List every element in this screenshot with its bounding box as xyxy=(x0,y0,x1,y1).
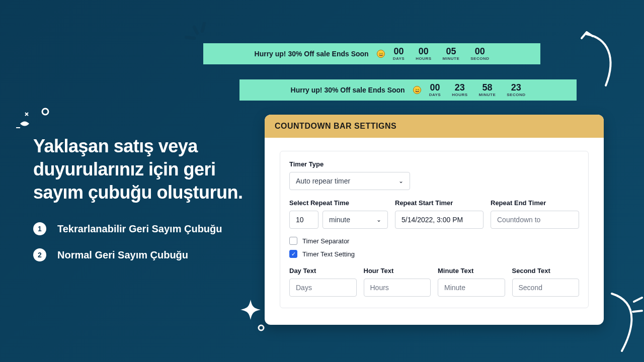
countdown-units: 00 DAYS 23 HOURS 58 MINUTE 23 SECOND xyxy=(429,83,526,97)
countdown-unit-minute: 05 MINUTE xyxy=(443,47,460,61)
hour-text-label: Hour Text xyxy=(364,267,431,275)
chevron-down-icon: ⌄ xyxy=(398,177,404,185)
feature-item-2: 2 Normal Geri Sayım Çubuğu xyxy=(33,248,245,261)
emoji-icon: 😄 xyxy=(413,86,421,94)
day-text-label: Day Text xyxy=(289,267,357,275)
second-text-label: Second Text xyxy=(512,267,580,275)
feature-number: 1 xyxy=(33,222,46,235)
svg-point-1 xyxy=(259,325,264,330)
feature-item-1: 1 Tekrarlanabilir Geri Sayım Çubuğu xyxy=(33,222,245,235)
countdown-unit-minute: 58 MINUTE xyxy=(479,83,496,97)
countdown-unit-hours: 00 HOURS xyxy=(416,47,431,61)
timer-type-value: Auto repear timer xyxy=(296,177,350,185)
countdown-unit-days: 00 DAYS xyxy=(429,83,441,97)
repeat-value-input[interactable]: 10 xyxy=(289,211,318,229)
countdown-message: Hurry up! 30% Off sale Ends Soon xyxy=(291,86,405,94)
timer-text-setting-label: Timer Text Setting xyxy=(302,250,355,258)
hour-text-input[interactable]: Hours xyxy=(364,279,431,297)
feature-number: 2 xyxy=(33,248,46,261)
repeat-unit-select[interactable]: minute ⌄ xyxy=(323,211,388,229)
promo-copy: Yaklaşan satış veya duyurularınız için g… xyxy=(33,135,245,275)
emoji-icon: 😄 xyxy=(377,50,385,58)
countdown-bar-preview-2: Hurry up! 30% Off sale Ends Soon 😄 00 DA… xyxy=(239,79,577,101)
countdown-bar-preview-1: Hurry up! 30% Off sale Ends Soon 😄 00 DA… xyxy=(203,43,540,64)
panel-title: COUNTDOWN BAR SETTIGNS xyxy=(265,115,604,138)
countdown-message: Hurry up! 30% Off sale Ends Soon xyxy=(255,50,369,58)
countdown-unit-hours: 23 HOURS xyxy=(452,83,467,97)
repeat-start-input[interactable]: 5/14/2022, 3:00 PM xyxy=(395,211,484,229)
headline: Yaklaşan satış veya duyurularınız için g… xyxy=(33,135,245,204)
minute-text-label: Minute Text xyxy=(438,267,505,275)
timer-type-label: Timer Type xyxy=(289,160,579,168)
repeat-start-label: Repeat Start Timer xyxy=(395,199,484,207)
repeat-end-label: Repeat End Timer xyxy=(491,199,579,207)
countdown-unit-second: 23 SECOND xyxy=(507,83,525,97)
chevron-down-icon: ⌄ xyxy=(376,216,381,223)
svg-point-0 xyxy=(42,109,48,115)
repeat-end-input[interactable]: Countdown to xyxy=(491,211,579,229)
countdown-unit-days: 00 DAYS xyxy=(393,47,405,61)
countdown-unit-second: 00 SECOND xyxy=(470,47,489,61)
settings-panel: COUNTDOWN BAR SETTIGNS Timer Type Auto r… xyxy=(265,115,604,325)
timer-text-setting-checkbox[interactable]: ✓ xyxy=(289,250,297,258)
day-text-input[interactable]: Days xyxy=(289,279,357,297)
timer-type-select[interactable]: Auto repear timer ⌄ xyxy=(289,172,410,190)
second-text-input[interactable]: Second xyxy=(512,279,580,297)
timer-separator-checkbox[interactable] xyxy=(289,237,297,245)
minute-text-input[interactable]: Minute xyxy=(438,279,505,297)
timer-separator-label: Timer Separator xyxy=(302,237,349,245)
countdown-units: 00 DAYS 00 HOURS 05 MINUTE 00 SECOND xyxy=(393,47,490,61)
feature-label: Tekrarlanabilir Geri Sayım Çubuğu xyxy=(57,223,222,235)
select-repeat-label: Select Repeat Time xyxy=(289,199,388,207)
feature-label: Normal Geri Sayım Çubuğu xyxy=(57,249,188,261)
